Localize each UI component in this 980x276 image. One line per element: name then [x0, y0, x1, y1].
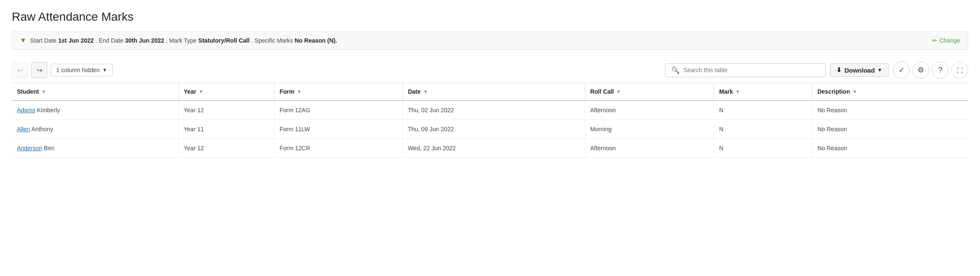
- cell-form: Form 12CR: [274, 139, 402, 158]
- toolbar: ↩ ↪ 1 column hidden ▼ 🔍 ⬇ Download ▼ ✓: [12, 57, 968, 83]
- filter-mark-type: Statutory/Roll Call: [198, 37, 249, 44]
- col-date: Date ▼: [402, 83, 585, 100]
- settings-button[interactable]: ⚙: [912, 62, 929, 78]
- col-year: Year ▼: [178, 83, 274, 100]
- chevron-down-icon: ▼: [102, 67, 107, 73]
- student-last-name: Adams: [17, 107, 36, 114]
- table-body: Adams KimberlyYear 12Form 12AGThu, 02 Ju…: [12, 100, 968, 158]
- cell-description: No Reason: [812, 120, 968, 139]
- cell-student: Adams Kimberly: [12, 100, 178, 120]
- filter-start-date: 1st Jun 2022: [58, 37, 94, 44]
- student-link[interactable]: Adams Kimberly: [17, 107, 60, 114]
- checkmark-button[interactable]: ✓: [893, 62, 910, 78]
- student-last-name: Allen: [17, 126, 30, 133]
- year-sort-icon[interactable]: ▼: [199, 89, 203, 94]
- cell-roll-call: Afternoon: [585, 139, 714, 158]
- mark-sort-icon[interactable]: ▼: [736, 89, 740, 94]
- redo-button[interactable]: ↪: [31, 62, 47, 78]
- expand-button[interactable]: ⛶: [951, 62, 968, 78]
- student-first-name: Kimberly: [36, 107, 60, 114]
- help-button[interactable]: ?: [932, 62, 949, 78]
- table-header: Student ▼ Year ▼ Form ▼: [12, 83, 968, 100]
- student-last-name: Anderson: [17, 145, 42, 152]
- table-container: Student ▼ Year ▼ Form ▼: [12, 83, 968, 158]
- expand-icon: ⛶: [957, 67, 963, 74]
- search-box: 🔍: [665, 63, 826, 77]
- download-arrow-icon: ⬇: [836, 66, 842, 74]
- checkmark-icon: ✓: [898, 65, 905, 75]
- columns-hidden-label: 1 column hidden: [56, 67, 100, 73]
- cell-date: Wed, 22 Jun 2022: [402, 139, 585, 158]
- cell-form: Form 12AG: [274, 100, 402, 120]
- download-dropdown-icon: ▼: [877, 67, 882, 73]
- cell-student: Allen Anthony: [12, 120, 178, 139]
- student-link[interactable]: Anderson Ben: [17, 145, 55, 152]
- download-button[interactable]: ⬇ Download ▼: [830, 63, 889, 77]
- cell-description: No Reason: [812, 139, 968, 158]
- columns-hidden-button[interactable]: 1 column hidden ▼: [51, 64, 113, 76]
- cell-mark: N: [714, 120, 812, 139]
- filter-icon: ▼: [20, 37, 27, 44]
- filter-bar-info: ▼ Start Date 1st Jun 2022 . End Date 30t…: [20, 37, 337, 44]
- col-description: Description ▼: [812, 83, 968, 100]
- cell-date: Thu, 02 Jun 2022: [402, 100, 585, 120]
- undo-button[interactable]: ↩: [12, 62, 28, 78]
- student-first-name: Anthony: [30, 126, 53, 133]
- roll-call-sort-icon[interactable]: ▼: [616, 89, 621, 94]
- page-container: Raw Attendance Marks ▼ Start Date 1st Ju…: [0, 0, 980, 168]
- col-student: Student ▼: [12, 83, 178, 100]
- page-title: Raw Attendance Marks: [12, 10, 968, 24]
- student-first-name: Ben: [42, 145, 55, 152]
- cell-student: Anderson Ben: [12, 139, 178, 158]
- col-mark: Mark ▼: [714, 83, 812, 100]
- gear-icon: ⚙: [917, 65, 924, 75]
- undo-icon: ↩: [17, 66, 23, 74]
- cell-year: Year 12: [178, 100, 274, 120]
- cell-date: Thu, 09 Jun 2022: [402, 120, 585, 139]
- pencil-icon: ✏: [932, 37, 937, 44]
- toolbar-left: ↩ ↪ 1 column hidden ▼: [12, 62, 113, 78]
- header-row: Student ▼ Year ▼ Form ▼: [12, 83, 968, 100]
- attendance-table: Student ▼ Year ▼ Form ▼: [12, 83, 968, 158]
- cell-year: Year 12: [178, 139, 274, 158]
- redo-icon: ↪: [37, 66, 42, 74]
- filter-bar: ▼ Start Date 1st Jun 2022 . End Date 30t…: [12, 31, 968, 50]
- filter-end-date: 30th Jun 2022: [125, 37, 164, 44]
- cell-mark: N: [714, 100, 812, 120]
- cell-year: Year 11: [178, 120, 274, 139]
- table-row: Anderson BenYear 12Form 12CRWed, 22 Jun …: [12, 139, 968, 158]
- help-icon: ?: [938, 66, 942, 75]
- table-row: Allen AnthonyYear 11Form 11LWThu, 09 Jun…: [12, 120, 968, 139]
- toolbar-right: ✓ ⚙ ? ⛶: [893, 62, 968, 78]
- cell-mark: N: [714, 139, 812, 158]
- search-input[interactable]: [683, 67, 819, 73]
- cell-roll-call: Morning: [585, 120, 714, 139]
- filter-specific-marks: No Reason (N).: [295, 37, 337, 44]
- student-link[interactable]: Allen Anthony: [17, 126, 53, 133]
- table-row: Adams KimberlyYear 12Form 12AGThu, 02 Ju…: [12, 100, 968, 120]
- date-sort-icon[interactable]: ▼: [423, 89, 428, 94]
- student-sort-icon[interactable]: ▼: [41, 89, 46, 94]
- col-form: Form ▼: [274, 83, 402, 100]
- description-sort-icon[interactable]: ▼: [852, 89, 857, 94]
- col-roll-call: Roll Call ▼: [585, 83, 714, 100]
- form-sort-icon[interactable]: ▼: [297, 89, 301, 94]
- download-label: Download: [844, 67, 875, 74]
- filter-text: Start Date 1st Jun 2022 . End Date 30th …: [30, 37, 337, 44]
- cell-form: Form 11LW: [274, 120, 402, 139]
- cell-roll-call: Afternoon: [585, 100, 714, 120]
- change-link[interactable]: ✏ Change: [932, 37, 960, 44]
- search-icon: 🔍: [671, 66, 680, 74]
- cell-description: No Reason: [812, 100, 968, 120]
